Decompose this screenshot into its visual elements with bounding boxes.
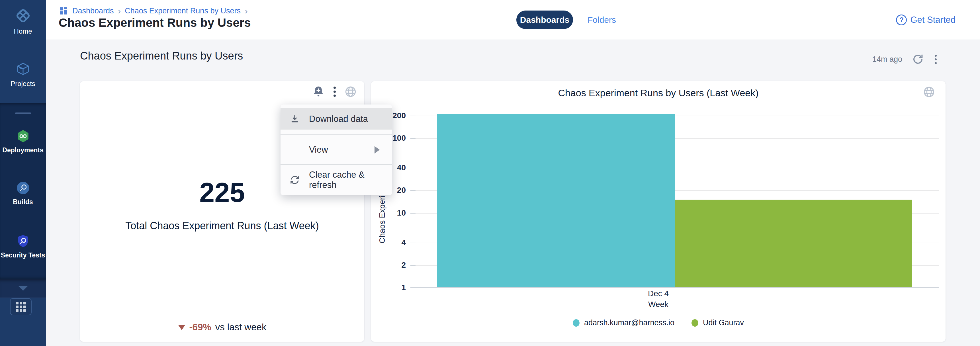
last-refreshed-text: 14m ago [872, 55, 902, 64]
sidebar-collapse-button[interactable] [0, 279, 46, 298]
sidebar-item-label: Security Tests [0, 251, 46, 259]
page-title: Chaos Experiment Runs by Users [59, 16, 251, 30]
menu-item-download-data[interactable]: Download data [280, 108, 392, 130]
deployments-infinity-icon [16, 129, 30, 143]
breadcrumb-link-current[interactable]: Chaos Experiment Runs by Users [125, 6, 241, 15]
stat-label: Total Chaos Experiment Runs (Last Week) [80, 220, 364, 232]
axis-tick [410, 138, 415, 139]
chevron-down-icon [18, 286, 28, 291]
sidebar-item-label: Deployments [0, 146, 46, 154]
legend-item[interactable]: Udit Gaurav [692, 318, 744, 327]
y-tick-label: 2 [380, 260, 406, 271]
breadcrumb: Dashboards › Chaos Experiment Runs by Us… [59, 5, 248, 16]
sidebar-item-home[interactable]: Home [0, 7, 46, 35]
legend-label: adarsh.kumar@harness.io [584, 318, 675, 327]
x-axis-line [410, 287, 939, 287]
grid-icon [16, 302, 26, 312]
download-icon [280, 114, 309, 124]
menu-item-clear-cache[interactable]: Clear cache & refresh [280, 165, 392, 195]
sidebar-item-projects[interactable]: Projects [0, 61, 46, 88]
builds-magnifier-icon [16, 181, 30, 195]
refresh-icon[interactable] [912, 53, 924, 65]
legend-label: Udit Gaurav [703, 318, 744, 327]
legend-dot-icon [692, 319, 698, 327]
sidebar-item-deployments[interactable]: Deployments [0, 129, 46, 154]
sidebar-item-label: Projects [0, 80, 46, 88]
submenu-arrow-icon [374, 146, 380, 154]
y-tick-label: 4 [380, 237, 406, 248]
top-header: Dashboards › Chaos Experiment Runs by Us… [46, 0, 980, 40]
dashboard-content: Chaos Experiment Runs by Users 14m ago [46, 40, 980, 346]
sidebar-nav: Home Projects Deployments [0, 0, 46, 346]
sidebar-module-band: Deployments Builds [0, 103, 46, 279]
alert-bell-icon[interactable] [312, 85, 325, 98]
menu-item-label: View [309, 144, 328, 155]
bar-adarsh.kumar@harness.io[interactable] [437, 114, 675, 287]
globe-icon[interactable] [923, 86, 935, 98]
chart-title: Chaos Experiment Runs by Users (Last Wee… [371, 87, 945, 98]
sidebar-item-label: Home [0, 27, 46, 35]
sidebar-item-security-tests[interactable]: Security Tests [0, 234, 46, 259]
x-category-label: Dec 4 [371, 289, 945, 298]
app-window: Home Projects Deployments [0, 0, 980, 346]
legend-item[interactable]: adarsh.kumar@harness.io [573, 318, 675, 327]
legend-dot-icon [573, 319, 579, 327]
breadcrumb-link-dashboards[interactable]: Dashboards [72, 6, 114, 15]
refresh-icon [280, 175, 309, 186]
axis-tick [410, 243, 415, 243]
cube-icon [15, 61, 31, 77]
menu-item-view[interactable]: View [280, 135, 392, 164]
menu-item-label: Clear cache & refresh [309, 170, 392, 190]
tile-context-menu: Download data View Clear cache & refresh [280, 105, 392, 195]
get-started-label: Get Started [910, 15, 956, 25]
y-tick-label: 10 [380, 208, 406, 218]
axis-tick [410, 265, 415, 266]
delta-suffix: vs last week [215, 322, 267, 333]
stat-tile-actions [312, 85, 357, 98]
delta-value: -69% [189, 322, 211, 333]
axis-tick [410, 168, 415, 168]
down-triangle-icon [178, 325, 185, 330]
help-question-icon: ? [896, 14, 907, 25]
axis-tick [410, 213, 415, 214]
shield-magnifier-icon [16, 234, 30, 249]
chart-legend: adarsh.kumar@harness.ioUdit Gaurav [371, 318, 945, 327]
dashboard-toolbar: 14m ago [872, 52, 938, 67]
tab-dashboards[interactable]: Dashboards [516, 11, 573, 29]
menu-item-label: Download data [309, 114, 368, 124]
dashboard-more-menu-icon[interactable] [934, 54, 938, 65]
axis-tick [410, 116, 415, 116]
x-axis-title: Week [371, 300, 945, 309]
breadcrumb-separator: › [245, 6, 248, 15]
module-switcher-button[interactable] [10, 298, 32, 315]
stat-delta: -69% vs last week [80, 322, 364, 333]
harness-home-icon [14, 7, 32, 24]
bar-Udit Gaurav[interactable] [675, 200, 912, 287]
globe-icon[interactable] [344, 86, 357, 98]
sidebar-item-builds[interactable]: Builds [0, 181, 46, 206]
get-started-link[interactable]: ? Get Started [896, 11, 956, 29]
breadcrumb-separator: › [118, 6, 121, 15]
sidebar-divider [15, 113, 31, 114]
dashboards-grid-icon [59, 6, 68, 16]
chart-tile: Chaos Experiment Runs by Users (Last Wee… [371, 81, 945, 342]
axis-tick [410, 190, 415, 191]
chart-plot-area: 200100402010421 [410, 108, 939, 287]
tab-folders[interactable]: Folders [587, 11, 616, 29]
sidebar-item-label: Builds [0, 198, 46, 206]
dashboard-heading: Chaos Experiment Runs by Users [80, 50, 243, 62]
tile-more-menu-icon[interactable] [332, 86, 337, 98]
